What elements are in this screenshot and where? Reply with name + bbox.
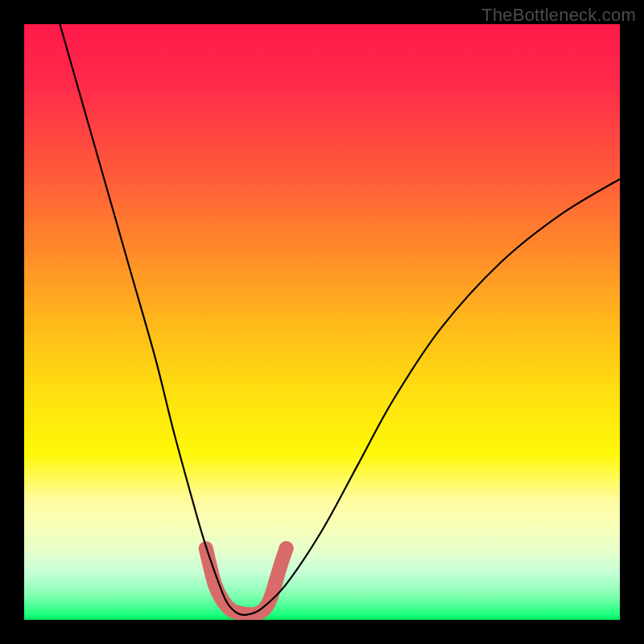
highlight-dot <box>279 541 294 555</box>
bottleneck-chart <box>24 24 620 620</box>
watermark-text: TheBottleneck.com <box>481 5 636 26</box>
marker-layer <box>206 541 294 614</box>
bottleneck-curve <box>60 24 620 615</box>
chart-plot-area <box>24 24 620 620</box>
